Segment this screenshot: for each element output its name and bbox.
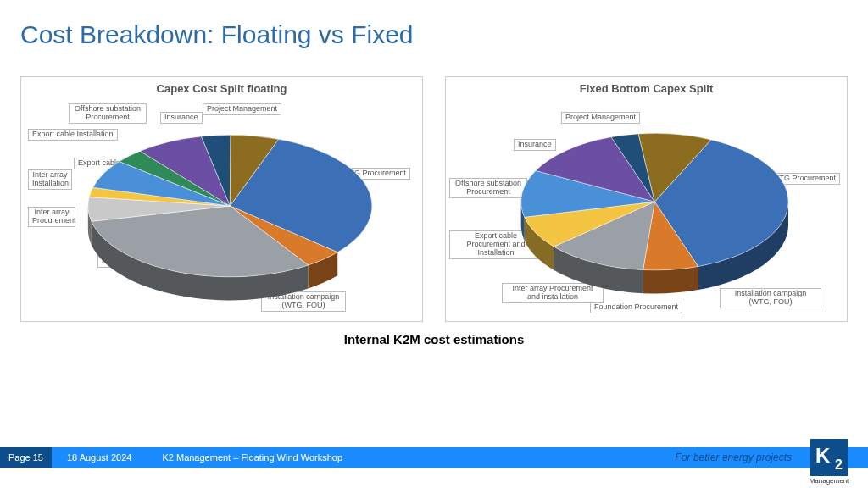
footer-title: K2 Management – Floating Wind Workshop [147, 452, 358, 463]
chart-left: Capex Cost Split floating WTG Procuremen… [20, 76, 423, 322]
page-title: Cost Breakdown: Floating vs Fixed [0, 0, 868, 49]
logo-subtext: Management [805, 477, 853, 485]
footer-page: Page 15 [0, 447, 52, 468]
logo-icon [810, 439, 848, 476]
footer-bar: Page 15 18 August 2024 K2 Management – F… [0, 447, 868, 468]
chart-left-title: Capex Cost Split floating [21, 77, 422, 97]
footer-date: 18 August 2024 [52, 452, 147, 463]
chart-right: Fixed Bottom Capex Split WTG Procurement… [445, 76, 848, 322]
charts-container: Capex Cost Split floating WTG Procuremen… [0, 49, 868, 322]
caption: Internal K2M cost estimations [0, 322, 868, 347]
chart-right-body: WTG Procurement Installation campaign (W… [446, 97, 847, 320]
logo: Management [805, 439, 853, 485]
subfooter [0, 468, 868, 488]
chart-left-body: WTG Procurement Installation campaign (W… [21, 97, 422, 320]
chart-right-title: Fixed Bottom Capex Split [446, 77, 847, 97]
